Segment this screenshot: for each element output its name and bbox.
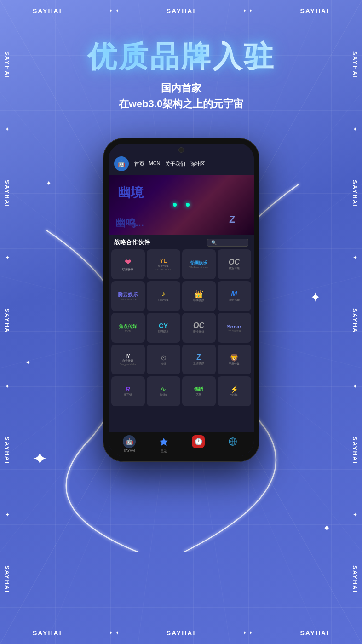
brand-card-19[interactable]: 锦绣 文化 [182, 376, 216, 406]
search-box[interactable]: 🔍 [207, 239, 248, 247]
phone-bottom-nav: 🤖 SAYHAI 星选 🕐 [109, 432, 254, 456]
bottom-nav-web[interactable] [226, 435, 239, 454]
sayhai-bottom-3: SAYHAI [300, 629, 329, 637]
sparkle-4: ✦ [46, 179, 52, 187]
logo-icon: 🤖 [117, 160, 125, 167]
glow-dot-2 [186, 203, 190, 207]
brand-logo-5: 腾云娱乐 TENGYUNYULE [113, 283, 143, 309]
star-r-3: ✦ [353, 383, 357, 390]
brand-card-14[interactable]: ⊙ 传媒 [147, 345, 180, 374]
brand-card-11[interactable]: OC 聚业传媒 [182, 313, 216, 343]
brand-card-8[interactable]: M 游梦视频 [218, 281, 251, 311]
brand-logo-10: CY 创腾娱乐 [149, 315, 178, 341]
star-b-2: ✦ ✦ [242, 630, 253, 636]
nav-links: 首页 MCN 关于我们 嗨社区 [134, 161, 205, 167]
hero-subtitle1: 国内首家 [9, 81, 353, 95]
brand-card-9[interactable]: 焦点传媒 JDCM [111, 313, 145, 343]
brand-logo-16: 🦁 于府传媒 [219, 346, 249, 373]
nav-logo: 🤖 [114, 156, 129, 171]
hero-subtitle2: 在web3.0架构之上的元宇宙 [9, 97, 353, 111]
hero-z-logo: Z [229, 213, 235, 225]
star-l-2: ✦ [5, 254, 10, 261]
brand-card-17[interactable]: R 华互链 [111, 376, 145, 406]
hero-title: 优质品牌入驻 [9, 37, 353, 77]
brand-card-18[interactable]: ∿ 传媒5 [147, 376, 180, 406]
bottom-nav-time[interactable]: 🕐 [192, 435, 205, 454]
sayhai-left-2: SAYHAI [4, 180, 11, 207]
brand-logo-7: 👑 嗨嗨传媒 [184, 283, 214, 309]
star-r-4: ✦ [353, 512, 357, 518]
bottom-nav-icon-2 [157, 435, 170, 448]
hero-section: 优质品牌入驻 国内首家 在web3.0架构之上的元宇宙 [0, 28, 362, 129]
sayhai-bottom-bar: SAYHAI ✦ ✦ SAYHAI ✦ ✦ SAYHAI [0, 626, 362, 640]
brand-logo-15: Z 之源传媒 [184, 346, 214, 373]
sayhai-top-bar: SAYHAI ✦ ✦ SAYHAI ✦ ✦ SAYHAI [0, 4, 362, 18]
section-title: 战略合作伙伴 [114, 238, 150, 247]
star-l-4: ✦ [5, 512, 10, 518]
bottom-nav-sayhai[interactable]: 🤖 SAYHAI [123, 435, 136, 454]
sayhai-top-2: SAYHAI [167, 7, 196, 15]
section-title-row: 战略合作伙伴 🔍 [109, 235, 254, 249]
brand-card-20[interactable]: ⚡ 传媒6 [218, 376, 251, 406]
sayhai-right-4: SAYHAI [351, 437, 358, 464]
phone-screen: 🤖 首页 MCN 关于我们 嗨社区 幽境 幽鸣... [109, 144, 254, 456]
brand-logo-8: M 游梦视频 [219, 283, 249, 309]
sayhai-top-3: SAYHAI [300, 7, 329, 15]
star-2: ✦ ✦ [242, 8, 253, 14]
brand-logo-13: IY 永云传媒 Yongyun Media [113, 346, 143, 373]
brand-logo-6: ♪ 泊音传媒 [149, 283, 178, 309]
nav-about[interactable]: 关于我们 [165, 161, 185, 167]
phone-outer: 🤖 首页 MCN 关于我们 嗨社区 幽境 幽鸣... [103, 138, 259, 462]
sayhai-bottom-1: SAYHAI [33, 629, 62, 637]
search-icon: 🔍 [211, 240, 217, 245]
brand-logo-20: ⚡ 传媒6 [219, 378, 249, 404]
brand-logo-11: OC 聚业传媒 [184, 315, 214, 341]
phone-camera [178, 147, 184, 153]
sayhai-left-4: SAYHAI [4, 437, 11, 464]
glow-dot-1 [173, 203, 177, 207]
brand-logo-2: YL 星期传媒 XINZHI PRESS [149, 251, 178, 277]
brand-card-1[interactable]: ❤ 联新传媒 [111, 249, 145, 279]
brand-card-7[interactable]: 👑 嗨嗨传媒 [182, 281, 216, 311]
sayhai-left-5: SAYHAI [4, 565, 11, 593]
brand-logo-9: 焦点传媒 JDCM [113, 315, 143, 341]
nav-mcn[interactable]: MCN [149, 161, 161, 167]
star-r-2: ✦ [353, 254, 357, 261]
brand-card-sonar[interactable]: Sonar 户外互动传媒 [218, 313, 251, 343]
brand-logo-19: 锦绣 文化 [184, 378, 214, 404]
nav-home[interactable]: 首页 [134, 161, 144, 167]
bottom-nav-icon-4 [226, 435, 239, 448]
sayhai-right-3: SAYHAI [351, 308, 358, 336]
sparkle-2: ✦ [32, 448, 48, 469]
glow-dots [173, 203, 190, 207]
bottom-nav-star[interactable]: 星选 [157, 435, 170, 454]
sayhai-bottom-2: SAYHAI [167, 629, 196, 637]
brand-logo-4: OC 聚业传媒 [219, 251, 249, 277]
brand-grid: ❤ 联新传媒 YL 星期传媒 XINZHI PRESS [109, 249, 254, 409]
bottom-nav-icon-1: 🤖 [123, 435, 136, 448]
brand-logo-sonar: Sonar 户外互动传媒 [219, 315, 249, 341]
brand-logo-18: ∿ 传媒5 [149, 378, 178, 404]
sayhai-right-5: SAYHAI [351, 565, 358, 593]
sayhai-right-2: SAYHAI [351, 180, 358, 207]
brand-card-2[interactable]: YL 星期传媒 XINZHI PRESS [147, 249, 180, 279]
star-1: ✦ ✦ [109, 8, 119, 14]
phone-mockup: 🤖 首页 MCN 关于我们 嗨社区 幽境 幽鸣... [103, 138, 259, 462]
phone-hero-image: 幽境 幽鸣... Z [109, 175, 254, 235]
sparkle-3: ✦ [323, 523, 331, 534]
phone-inner: 🤖 首页 MCN 关于我们 嗨社区 幽境 幽鸣... [109, 144, 254, 456]
brand-card-10[interactable]: CY 创腾娱乐 [147, 313, 180, 343]
brand-card-16[interactable]: 🦁 于府传媒 [218, 345, 251, 374]
sayhai-left-3: SAYHAI [4, 308, 11, 336]
nav-community[interactable]: 嗨社区 [190, 161, 205, 167]
brand-card-13[interactable]: IY 永云传媒 Yongyun Media [111, 345, 145, 374]
brand-card-6[interactable]: ♪ 泊音传媒 [147, 281, 180, 311]
brand-card-5[interactable]: 腾云娱乐 TENGYUNYULE [111, 281, 145, 311]
brand-card-4[interactable]: OC 聚业传媒 [218, 249, 251, 279]
brand-card-3[interactable]: 怡圃娱乐 YPu Entertainment [182, 249, 216, 279]
brand-card-15[interactable]: Z 之源传媒 [182, 345, 216, 374]
bottom-nav-label-1: SAYHAI [123, 449, 135, 452]
bottom-nav-icon-3: 🕐 [192, 435, 205, 448]
brand-logo-3: 怡圃娱乐 YPu Entertainment [184, 251, 214, 277]
sparkle-5: ✦ [25, 359, 31, 366]
